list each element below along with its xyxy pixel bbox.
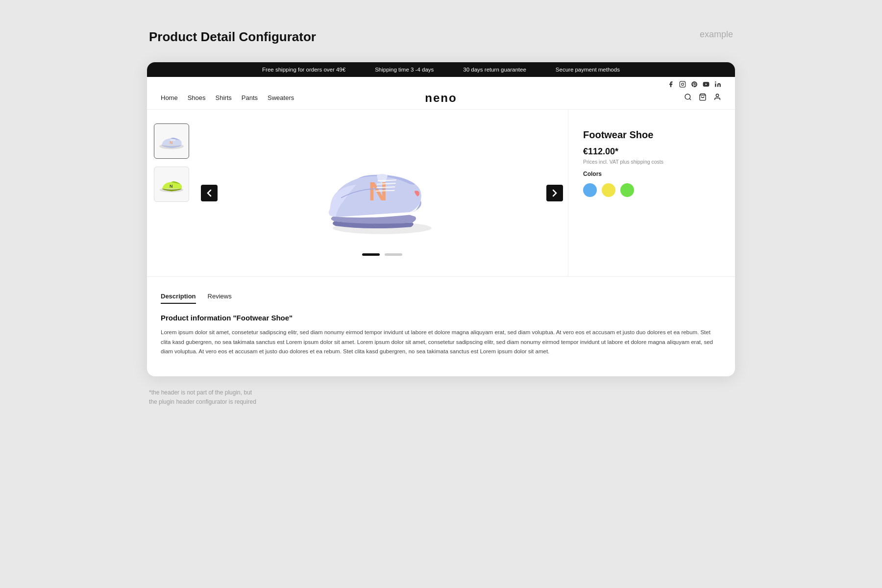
announcement-bar: Free shipping for orders over 49€ Shippi… <box>147 62 735 77</box>
svg-point-2 <box>684 82 685 83</box>
page-label: example <box>700 29 733 40</box>
instagram-icon[interactable] <box>679 81 686 89</box>
product-info: Footwear Shoe €112.00* Prices incl. VAT … <box>568 110 735 276</box>
thumbnails-column: N N <box>147 110 196 276</box>
social-bar <box>147 77 735 91</box>
thumbnail-1[interactable]: N <box>154 123 189 159</box>
color-swatch-blue[interactable] <box>583 183 597 197</box>
nav-links: Home Shoes Shirts Pants Sweaters <box>161 94 294 101</box>
product-price: €112.00* <box>583 147 720 157</box>
price-note: Prices incl. VAT plus shipping costs <box>583 159 720 165</box>
tab-description[interactable]: Description <box>161 293 196 304</box>
store-card: Free shipping for orders over 49€ Shippi… <box>147 62 735 376</box>
nav-shoes[interactable]: Shoes <box>188 94 206 101</box>
product-image-container: N <box>206 136 558 244</box>
nav-sweaters[interactable]: Sweaters <box>268 94 294 101</box>
product-main-image: N <box>314 141 451 239</box>
nav-actions <box>684 93 721 102</box>
search-icon[interactable] <box>684 93 692 102</box>
thumbnail-2[interactable]: N <box>154 167 189 202</box>
linkedin-icon[interactable] <box>714 81 721 89</box>
svg-rect-0 <box>680 81 686 87</box>
description-section: Description Reviews Product information … <box>147 276 735 376</box>
description-tabs: Description Reviews <box>161 293 721 304</box>
product-name: Footwear Shoe <box>583 129 720 141</box>
bag-icon[interactable] <box>699 93 707 102</box>
svg-point-8 <box>716 94 718 97</box>
page-title: Product Detail Configurator <box>149 29 316 45</box>
colors-label: Colors <box>583 171 720 177</box>
carousel-prev-button[interactable] <box>201 185 218 201</box>
color-swatch-green[interactable] <box>620 183 634 197</box>
color-swatch-yellow[interactable] <box>602 183 615 197</box>
svg-text:N: N <box>368 177 387 206</box>
carousel-dots <box>362 253 402 256</box>
youtube-icon[interactable] <box>703 81 710 89</box>
nav-home[interactable]: Home <box>161 94 178 101</box>
footer-note-line2: the plugin header configurator is requir… <box>149 397 733 407</box>
announcement-4: Secure payment methods <box>556 67 620 73</box>
svg-line-12 <box>171 140 175 141</box>
footer-note: *the header is not part of the plugin, b… <box>147 388 735 407</box>
pinterest-icon[interactable] <box>691 81 698 89</box>
color-swatches <box>583 183 720 197</box>
svg-line-20 <box>376 190 394 191</box>
svg-point-5 <box>685 94 690 99</box>
product-section: N N <box>147 109 735 276</box>
dot-1[interactable] <box>362 253 380 256</box>
footer-note-line1: *the header is not part of the plugin, b… <box>149 388 733 397</box>
announcement-2: Shipping time 3 -4 days <box>375 67 434 73</box>
facebook-icon[interactable] <box>667 81 674 89</box>
carousel-next-button[interactable] <box>546 185 563 201</box>
svg-line-11 <box>171 139 175 140</box>
announcement-1: Free shipping for orders over 49€ <box>262 67 345 73</box>
main-nav: Home Shoes Shirts Pants Sweaters neno <box>147 91 735 109</box>
nav-pants[interactable]: Pants <box>242 94 258 101</box>
svg-point-1 <box>682 83 684 86</box>
description-text: Lorem ipsum dolor sit amet, consetetur s… <box>161 328 721 357</box>
nav-shirts[interactable]: Shirts <box>216 94 232 101</box>
main-image-area: N <box>196 110 568 276</box>
user-icon[interactable] <box>713 93 721 102</box>
tab-reviews[interactable]: Reviews <box>208 293 232 304</box>
dot-2[interactable] <box>385 253 402 256</box>
svg-text:N: N <box>170 183 173 188</box>
brand-logo[interactable]: neno <box>425 91 457 105</box>
svg-point-4 <box>715 81 716 82</box>
description-heading: Product information "Footwear Shoe" <box>161 314 721 322</box>
svg-line-6 <box>689 98 691 100</box>
announcement-3: 30 days return guarantee <box>463 67 526 73</box>
